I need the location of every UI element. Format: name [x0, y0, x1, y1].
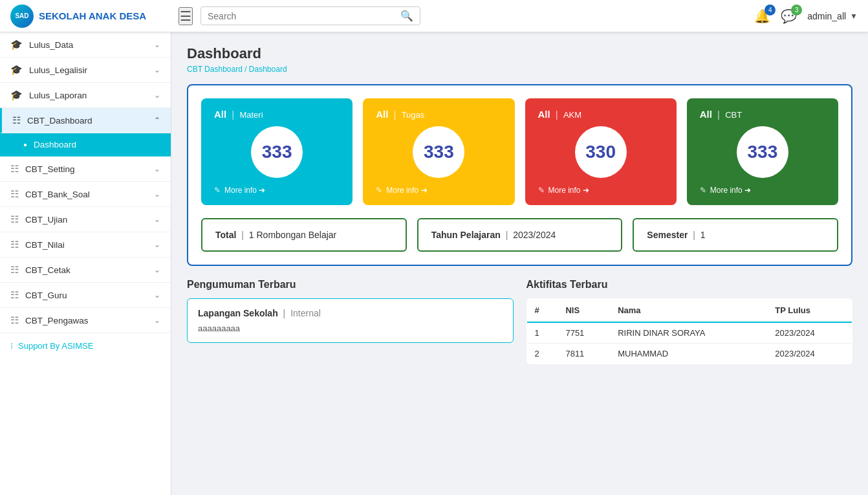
announce-body: aaaaaaaaa — [198, 324, 503, 333]
stat-card-materi-footer[interactable]: ✎ More info ➜ — [214, 186, 340, 195]
info-card-tahun: Tahun Pelajaran | 2023/2024 — [417, 218, 623, 252]
sidebar-item-dashboard[interactable]: ● Dashboard — [0, 133, 171, 157]
activity-section: Aktifitas Terbaru # NIS Nama TP Lulus 1 — [526, 279, 853, 364]
dashboard-dot-icon: ● — [23, 141, 27, 148]
announce-section: Pengumuman Terbaru Lapangan Sekolah | In… — [187, 279, 514, 364]
stat-card-akm-number: 330 — [538, 126, 664, 178]
lulus-data-icon: 🎓 — [10, 39, 23, 50]
sidebar-label-cbt-setting: CBT_Setting — [25, 164, 75, 174]
support-label: Support By ASIMSE — [18, 341, 93, 351]
sidebar-label-lulus-data: Lulus_Data — [29, 40, 73, 50]
stat-card-materi-header: All | Materi — [214, 109, 340, 120]
cbt-nilai-icon: ☷ — [10, 239, 19, 250]
stat-card-akm-header: All | AKM — [538, 109, 664, 120]
stat-card-tugas: All | Tugas 333 ✎ More info ➜ — [363, 98, 514, 205]
hamburger-button[interactable]: ☰ — [179, 7, 193, 25]
info-card-total: Total | 1 Rombongan Belajar — [201, 218, 407, 252]
stat-cards-row: All | Materi 333 ✎ More info ➜ All | Tug… — [201, 98, 838, 205]
aktifitas-title: Aktifitas Terbaru — [526, 279, 853, 291]
lulus-laporan-arrow-icon: ⌄ — [154, 91, 160, 100]
search-box: 🔍 — [201, 6, 420, 25]
lulus-data-arrow-icon: ⌄ — [154, 40, 160, 49]
cbt-guru-icon: ☷ — [10, 289, 19, 301]
cbt-cetak-icon: ☷ — [10, 264, 19, 276]
layout: 🎓 Lulus_Data ⌄ 🎓 Lulus_Legalisir ⌄ 🎓 Lul… — [0, 32, 868, 495]
sidebar-item-cbt-ujian[interactable]: ☷ CBT_Ujian ⌄ — [0, 207, 171, 232]
cbt-pengawas-icon: ☷ — [10, 314, 19, 326]
breadcrumb-current: Dashboard — [249, 65, 287, 74]
col-header-nis: NIS — [558, 299, 610, 323]
sidebar-label-cbt-cetak: CBT_Cetak — [25, 265, 71, 275]
lulus-legalisir-icon: 🎓 — [10, 64, 23, 76]
cbt-setting-icon: ☷ — [10, 163, 19, 175]
stat-card-tugas-header: All | Tugas — [376, 109, 501, 120]
logo-icon: SAD — [10, 5, 34, 28]
user-menu[interactable]: admin_all ▼ — [807, 11, 858, 21]
search-icon: 🔍 — [400, 10, 413, 22]
col-header-tp: TP Lulus — [767, 299, 852, 323]
pengumuman-title: Pengumuman Terbaru — [187, 279, 514, 291]
stat-card-materi: All | Materi 333 ✎ More info ➜ — [201, 98, 353, 205]
messages-button[interactable]: 💬 3 — [781, 8, 797, 24]
stat-card-akm-footer[interactable]: ✎ More info ➜ — [538, 186, 664, 195]
sidebar-item-cbt-guru[interactable]: ☷ CBT_Guru ⌄ — [0, 283, 171, 308]
username-label: admin_all — [807, 11, 846, 21]
edit-icon-cbt: ✎ — [700, 186, 706, 195]
notification-button[interactable]: 🔔 4 — [754, 8, 770, 24]
cbt-guru-arrow-icon: ⌄ — [154, 291, 160, 300]
page-title: Dashboard — [187, 45, 852, 62]
cbt-setting-arrow-icon: ⌄ — [154, 164, 160, 173]
user-menu-arrow-icon: ▼ — [850, 12, 858, 21]
sidebar-item-cbt-dashboard[interactable]: ☷ CBT_Dashboard ⌃ — [0, 108, 171, 133]
col-header-nama: Nama — [610, 299, 767, 323]
sidebar-support[interactable]: ⁝ Support By ASIMSE — [0, 333, 171, 358]
sidebar-item-lulus-laporan[interactable]: 🎓 Lulus_Laporan ⌄ — [0, 83, 171, 108]
stat-circle-akm: 330 — [575, 126, 627, 178]
row2-nis: 7811 — [558, 344, 610, 364]
sidebar-item-cbt-setting[interactable]: ☷ CBT_Setting ⌄ — [0, 157, 171, 182]
support-grid-icon: ⁝ — [10, 341, 13, 351]
sidebar-item-lulus-legalisir[interactable]: 🎓 Lulus_Legalisir ⌄ — [0, 58, 171, 83]
col-header-num: # — [526, 299, 558, 323]
sidebar-item-cbt-nilai[interactable]: ☷ CBT_Nilai ⌄ — [0, 232, 171, 258]
info-cards-row: Total | 1 Rombongan Belajar Tahun Pelaja… — [201, 218, 838, 252]
info-card-tahun-label: Tahun Pelajaran — [431, 230, 501, 240]
edit-icon-materi: ✎ — [214, 186, 221, 195]
more-info-link-akm[interactable]: More info ➜ — [548, 186, 589, 195]
cbt-dashboard-icon: ☷ — [12, 115, 21, 126]
edit-icon-tugas: ✎ — [376, 186, 382, 195]
row1-nis: 7751 — [558, 322, 610, 344]
search-input[interactable] — [208, 11, 400, 21]
breadcrumb-sep: / — [244, 65, 249, 74]
sidebar-item-cbt-bank-soal[interactable]: ☷ CBT_Bank_Soal ⌄ — [0, 182, 171, 207]
dashboard-card-section: All | Materi 333 ✎ More info ➜ All | Tug… — [187, 84, 852, 266]
info-card-semester-value: 1 — [700, 230, 706, 240]
stat-circle-tugas: 333 — [413, 126, 464, 178]
more-info-link-cbt[interactable]: More info ➜ — [710, 186, 751, 195]
row1-num: 1 — [526, 322, 558, 344]
lulus-legalisir-arrow-icon: ⌄ — [154, 65, 160, 74]
stat-card-cbt: All | CBT 333 ✎ More info ➜ — [687, 98, 838, 205]
app-name: SEKOLAH ANAK DESA — [39, 10, 146, 21]
row1-nama: RIRIN DINAR SORAYA — [610, 322, 767, 344]
announce-card-title: Lapangan Sekolah | Internal — [198, 308, 503, 318]
cbt-nilai-arrow-icon: ⌄ — [154, 240, 160, 249]
lulus-laporan-icon: 🎓 — [10, 89, 23, 101]
sidebar: 🎓 Lulus_Data ⌄ 🎓 Lulus_Legalisir ⌄ 🎓 Lul… — [0, 32, 171, 495]
stat-circle-materi: 333 — [251, 126, 303, 178]
sidebar-item-cbt-pengawas[interactable]: ☷ CBT_Pengawas ⌄ — [0, 308, 171, 333]
more-info-link-materi[interactable]: More info ➜ — [224, 186, 265, 195]
sidebar-label-cbt-dashboard: CBT_Dashboard — [27, 116, 92, 126]
cbt-bank-soal-arrow-icon: ⌄ — [154, 190, 160, 199]
stat-card-cbt-header: All | CBT — [700, 109, 825, 120]
sidebar-item-lulus-data[interactable]: 🎓 Lulus_Data ⌄ — [0, 32, 171, 58]
sidebar-label-cbt-ujian: CBT_Ujian — [25, 215, 67, 225]
more-info-link-tugas[interactable]: More info ➜ — [386, 186, 427, 195]
row2-num: 2 — [526, 344, 558, 364]
sidebar-item-cbt-cetak[interactable]: ☷ CBT_Cetak ⌄ — [0, 258, 171, 283]
bottom-section: Pengumuman Terbaru Lapangan Sekolah | In… — [187, 279, 852, 364]
table-row: 2 7811 MUHAMMAD 2023/2024 — [526, 344, 852, 364]
stat-card-tugas-footer[interactable]: ✎ More info ➜ — [376, 186, 501, 195]
edit-icon-akm: ✎ — [538, 186, 545, 195]
stat-card-cbt-footer[interactable]: ✎ More info ➜ — [700, 186, 825, 195]
